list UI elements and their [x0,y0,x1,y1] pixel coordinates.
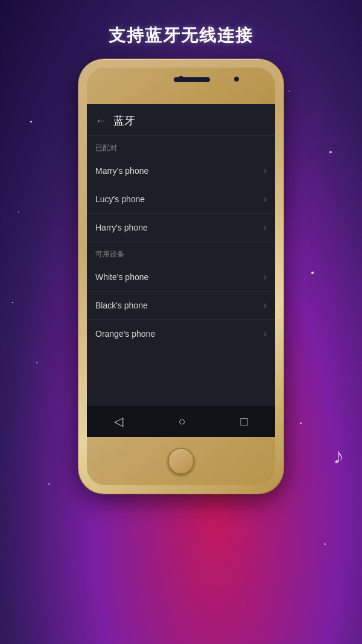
nav-recent-button[interactable]: □ [240,415,247,429]
nav-home-button[interactable]: ○ [178,415,185,429]
chevron-icon: › [264,328,267,339]
music-note-icon: ♪ [333,444,344,469]
page-title: 支持蓝牙无线连接 [109,24,253,47]
phone-bottom-bezel [87,437,275,485]
list-item-blacks-phone[interactable]: Black's phone › [87,292,275,320]
device-name: Orange's phone [95,329,155,339]
nav-back-button[interactable]: ◁ [114,414,123,429]
star-decoration [329,151,332,153]
app-content: 已配对 Marry's phone › Lucy's phone › Harry… [87,136,275,406]
chevron-icon: › [264,272,267,282]
star-decoration [12,302,13,303]
phone-top-bezel [87,68,275,104]
star-decoration [300,422,302,424]
section-paired-label: 已配对 [87,136,275,157]
chevron-icon: › [264,300,267,311]
list-item-harrys-phone[interactable]: Harry's phone › [87,214,275,242]
phone-screen: ← 蓝牙 已配对 Marry's phone › Lucy's phone › … [87,104,275,437]
star-decoration [324,543,326,545]
star-decoration [18,211,19,212]
front-sensor-icon [234,77,239,81]
device-name: White's phone [95,272,148,282]
chevron-icon: › [264,222,267,233]
star-decoration [311,272,314,274]
speaker-icon [174,77,210,82]
list-item-marrys-phone[interactable]: Marry's phone › [87,157,275,185]
star-decoration [36,362,37,363]
star-decoration [48,483,50,485]
nav-bar: ◁ ○ □ [87,406,275,437]
app-title: 蓝牙 [113,113,135,128]
star-decoration [30,121,32,123]
list-item-oranges-phone[interactable]: Orange's phone › [87,320,275,348]
section-available-label: 可用设备 [87,242,275,263]
home-button[interactable] [168,448,194,474]
phone-frame: ← 蓝牙 已配对 Marry's phone › Lucy's phone › … [78,59,284,494]
back-button[interactable]: ← [95,115,106,127]
device-name: Marry's phone [95,166,148,176]
device-name: Harry's phone [95,223,148,232]
app-header: ← 蓝牙 [87,104,275,136]
list-item-whites-phone[interactable]: White's phone › [87,263,275,292]
device-name: Black's phone [95,301,148,310]
star-decoration [288,91,290,92]
device-name: Lucy's phone [95,194,145,204]
chevron-icon: › [264,194,267,205]
chevron-icon: › [264,165,267,176]
list-item-lucys-phone[interactable]: Lucy's phone › [87,185,275,214]
